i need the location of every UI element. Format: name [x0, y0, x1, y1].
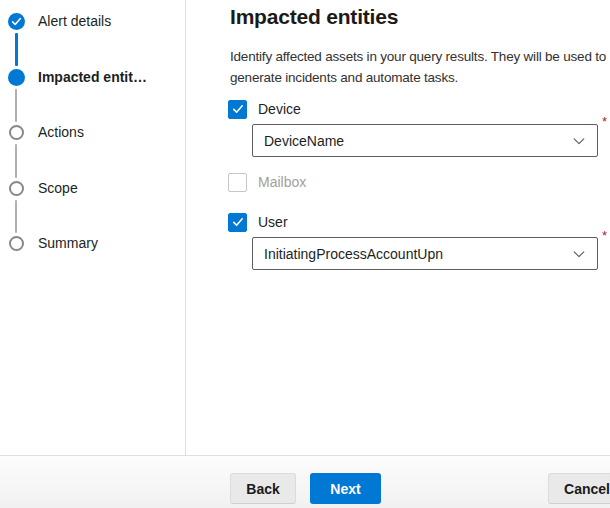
user-field-dropdown[interactable]: InitiatingProcessAccountUpn: [252, 237, 598, 270]
page-description: Identify affected assets in your query r…: [230, 46, 610, 88]
chevron-down-icon: [572, 247, 586, 261]
device-checkbox-row[interactable]: Device: [228, 99, 301, 119]
cancel-button[interactable]: Cancel: [548, 473, 610, 504]
stepper-step-scope[interactable]: Scope: [8, 179, 78, 197]
user-field-value: InitiatingProcessAccountUpn: [264, 246, 443, 262]
device-checkbox-label: Device: [258, 101, 301, 117]
step-label: Actions: [38, 124, 84, 140]
device-field-dropdown[interactable]: DeviceName: [252, 124, 598, 157]
stepper-step-actions[interactable]: Actions: [8, 123, 84, 141]
required-marker: *: [602, 114, 607, 129]
step-connector: [15, 33, 18, 66]
step-upcoming-icon: [9, 181, 24, 196]
step-current-icon: [8, 69, 25, 86]
required-marker: *: [602, 228, 607, 243]
chevron-down-icon: [572, 134, 586, 148]
step-label: Summary: [38, 235, 98, 251]
mailbox-checkbox-disabled-icon: [228, 173, 247, 192]
checkmark-icon: [232, 103, 244, 115]
step-label: Impacted entit…: [38, 69, 147, 85]
step-upcoming-icon: [9, 236, 24, 251]
user-checkbox-checked-icon[interactable]: [228, 213, 247, 232]
step-connector: [15, 89, 17, 122]
next-button[interactable]: Next: [310, 473, 381, 504]
checkmark-icon: [232, 216, 244, 228]
mailbox-checkbox-row: Mailbox: [228, 172, 306, 192]
user-checkbox-label: User: [258, 214, 288, 230]
device-checkbox-checked-icon[interactable]: [228, 100, 247, 119]
wizard-stepper-sidebar: Alert details Impacted entit… Actions Sc…: [0, 0, 186, 455]
wizard-panel: Alert details Impacted entit… Actions Sc…: [0, 0, 610, 508]
step-label: Scope: [38, 180, 78, 196]
user-checkbox-row[interactable]: User: [228, 212, 288, 232]
mailbox-checkbox-label: Mailbox: [258, 174, 306, 190]
step-completed-icon: [8, 13, 25, 30]
device-field-value: DeviceName: [264, 133, 344, 149]
page-title: Impacted entities: [230, 5, 398, 29]
stepper-step-alert-details[interactable]: Alert details: [8, 12, 111, 30]
step-connector: [15, 144, 17, 178]
checkmark-icon: [11, 16, 22, 27]
stepper-step-summary[interactable]: Summary: [8, 234, 98, 252]
step-upcoming-icon: [9, 125, 24, 140]
step-label: Alert details: [38, 13, 111, 29]
step-connector: [15, 200, 17, 233]
wizard-footer: Back Next Cancel: [0, 455, 610, 508]
back-button[interactable]: Back: [230, 473, 296, 504]
stepper-step-impacted-entities[interactable]: Impacted entit…: [8, 68, 147, 86]
